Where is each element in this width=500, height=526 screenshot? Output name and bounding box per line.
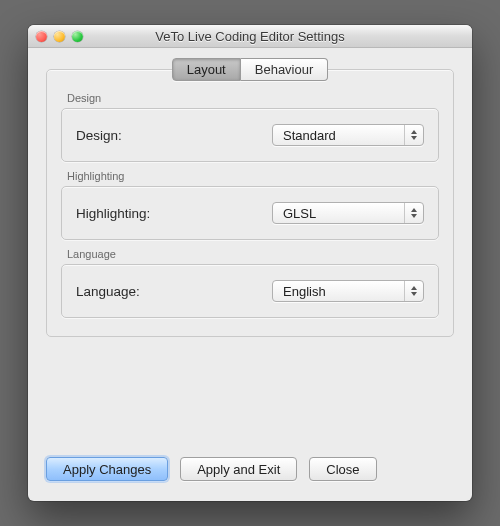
window-title: VeTo Live Coding Editor Settings: [28, 29, 472, 44]
close-button[interactable]: Close: [309, 457, 376, 481]
settings-window: VeTo Live Coding Editor Settings Layout …: [28, 25, 472, 501]
design-select[interactable]: Standard: [272, 124, 424, 146]
tab-layout[interactable]: Layout: [172, 58, 241, 81]
group-highlighting-caption: Highlighting: [67, 170, 439, 182]
design-label: Design:: [76, 128, 122, 143]
window-body: Layout Behaviour Design Design: Standard: [28, 48, 472, 501]
minimize-window-icon[interactable]: [54, 31, 65, 42]
group-highlighting: Highlighting Highlighting: GLSL: [61, 170, 439, 240]
stepper-arrows-icon: [404, 281, 423, 301]
layout-panel: Design Design: Standard Highlighting: [46, 69, 454, 337]
design-value: Standard: [283, 128, 336, 143]
close-window-icon[interactable]: [36, 31, 47, 42]
language-label: Language:: [76, 284, 140, 299]
group-language: Language Language: English: [61, 248, 439, 318]
zoom-window-icon[interactable]: [72, 31, 83, 42]
highlighting-label: Highlighting:: [76, 206, 150, 221]
language-select[interactable]: English: [272, 280, 424, 302]
dialog-buttons: Apply Changes Apply and Exit Close: [28, 447, 472, 501]
group-design: Design Design: Standard: [61, 92, 439, 162]
tabs: Layout Behaviour: [28, 48, 472, 81]
language-value: English: [283, 284, 326, 299]
group-language-caption: Language: [67, 248, 439, 260]
tab-behaviour[interactable]: Behaviour: [241, 58, 329, 81]
stepper-arrows-icon: [404, 203, 423, 223]
highlighting-select[interactable]: GLSL: [272, 202, 424, 224]
apply-changes-button[interactable]: Apply Changes: [46, 457, 168, 481]
group-design-caption: Design: [67, 92, 439, 104]
window-controls: [36, 31, 83, 42]
stepper-arrows-icon: [404, 125, 423, 145]
titlebar: VeTo Live Coding Editor Settings: [28, 25, 472, 48]
highlighting-value: GLSL: [283, 206, 316, 221]
apply-and-exit-button[interactable]: Apply and Exit: [180, 457, 297, 481]
